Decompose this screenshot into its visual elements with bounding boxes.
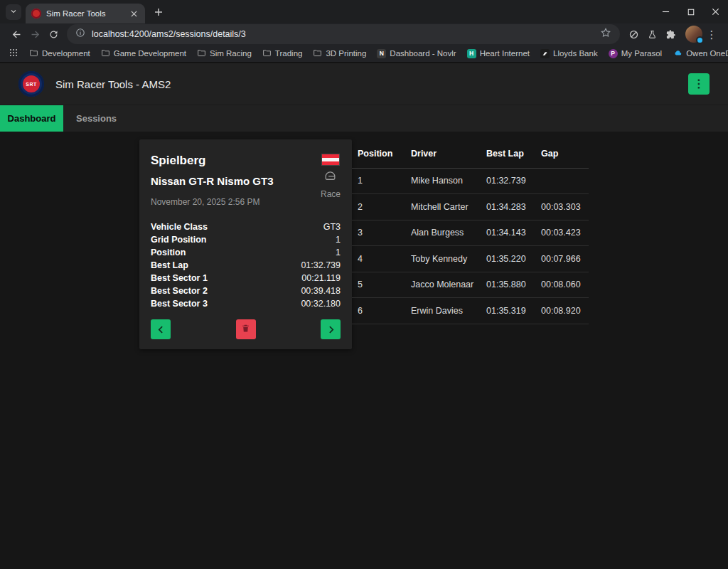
detail-row: Best Sector 2 00:39.418 <box>151 284 341 297</box>
session-card: Spielberg Nissan GT-R Nismo GT3 November… <box>139 139 352 349</box>
tab-title: Sim Racer Tools <box>46 9 123 18</box>
site-info-icon[interactable] <box>75 28 85 41</box>
cell-position: 6 <box>352 298 405 324</box>
chrome-menu-icon[interactable]: ⋮ <box>702 25 721 43</box>
forward-button[interactable] <box>26 25 44 43</box>
bookmark-label: My Parasol <box>621 49 663 58</box>
detail-label: Grid Position <box>151 233 206 246</box>
bookmark-site-novlr[interactable]: N Dashboard - Novlr <box>377 49 456 58</box>
browser-tab[interactable]: Sim Racer Tools <box>26 4 145 23</box>
vehicle-name: Nissan GT-R Nismo GT3 <box>151 175 274 187</box>
cell-gap: 00:08.060 <box>535 272 589 298</box>
folder-icon <box>101 48 110 59</box>
detail-value: 00:21.119 <box>301 272 341 284</box>
cell-position: 1 <box>352 168 405 194</box>
bookmark-label: Lloyds Bank <box>553 49 598 58</box>
bookmark-folder-development[interactable]: Development <box>29 48 90 59</box>
app-logo-icon: SRT <box>18 71 44 97</box>
tab-sessions[interactable]: Sessions <box>63 105 129 132</box>
bookmark-label: 3D Printing <box>326 49 366 58</box>
minimize-button[interactable] <box>653 0 678 23</box>
tab-search-button[interactable] <box>6 4 21 20</box>
folder-icon <box>313 48 322 59</box>
heart-internet-icon: H <box>467 49 476 58</box>
bookmark-folder-sim-racing[interactable]: Sim Racing <box>197 48 252 59</box>
detail-value: 1 <box>336 246 341 259</box>
cell-gap <box>535 168 589 194</box>
bookmark-label: Sim Racing <box>210 49 252 58</box>
extensions-puzzle-icon[interactable] <box>661 25 680 43</box>
bookmark-folder-game-development[interactable]: Game Development <box>101 48 186 59</box>
results-table: Position Driver Best Lap Gap 1 Mike Hans… <box>352 139 589 324</box>
cell-driver: Erwin Davies <box>405 298 481 324</box>
browser-window: Sim Racer Tools <box>0 0 728 569</box>
cell-best-lap: 01:35.220 <box>481 246 535 272</box>
logo-text: SRT <box>26 82 37 87</box>
bookmark-label: Trading <box>275 49 303 58</box>
tab-close-icon[interactable] <box>128 8 139 19</box>
bookmark-folder-3d-printing[interactable]: 3D Printing <box>313 48 366 59</box>
url-text[interactable]: localhost:4200/ams2/sessions/details/3 <box>92 29 246 39</box>
table-row: 1 Mike Hanson 01:32.739 <box>352 168 589 194</box>
chevron-down-icon <box>9 6 18 18</box>
cell-driver: Jacco Molenaar <box>405 272 481 298</box>
detail-label: Best Sector 1 <box>151 272 208 284</box>
cell-gap: 00:03.423 <box>535 220 589 246</box>
bookmark-folder-trading[interactable]: Trading <box>262 48 303 59</box>
close-window-button[interactable] <box>703 0 728 23</box>
cell-best-lap: 01:35.880 <box>481 272 535 298</box>
detail-value: 01:32.739 <box>301 259 341 272</box>
cell-gap: 00:03.303 <box>535 194 589 220</box>
bookmark-label: Dashboard - Novlr <box>390 49 456 58</box>
bookmark-site-my-parasol[interactable]: P My Parasol <box>609 49 663 58</box>
column-header-driver: Driver <box>405 139 481 168</box>
delete-session-button[interactable] <box>236 319 256 339</box>
main-content: Spielberg Nissan GT-R Nismo GT3 November… <box>0 132 728 569</box>
cell-position: 5 <box>352 272 405 298</box>
app-header: SRT Sim Racer Tools - AMS2 ⋮ <box>0 63 728 105</box>
app-nav-tabs: Dashboard Sessions <box>0 105 728 132</box>
column-header-position: Position <box>352 139 405 168</box>
browser-toolbar: localhost:4200/ams2/sessions/details/3 ⋮ <box>0 23 728 45</box>
session-type: Race <box>321 189 341 199</box>
detail-row: Grid Position 1 <box>151 233 341 246</box>
session-details: Vehicle Class GT3 Grid Position 1 Positi… <box>151 220 341 310</box>
content-blocker-icon[interactable] <box>624 25 643 43</box>
back-button[interactable] <box>7 25 26 43</box>
bookmark-site-owen-onedrive[interactable]: Owen OneDrive <box>673 49 728 58</box>
helmet-icon <box>323 169 337 186</box>
cell-best-lap: 01:34.283 <box>481 194 535 220</box>
tab-dashboard[interactable]: Dashboard <box>0 105 63 132</box>
novlr-icon: N <box>377 49 386 58</box>
next-session-button[interactable] <box>321 319 341 339</box>
bookmark-star-icon[interactable] <box>600 27 611 41</box>
app-menu-button[interactable]: ⋮ <box>688 73 710 95</box>
extension-flask-icon[interactable] <box>643 25 661 43</box>
table-row: 4 Toby Kennedy 01:35.220 00:07.966 <box>352 246 589 272</box>
cell-driver: Alan Burgess <box>405 220 481 246</box>
cell-position: 2 <box>352 194 405 220</box>
detail-label: Best Sector 2 <box>151 284 208 297</box>
cell-position: 3 <box>352 220 405 246</box>
reload-button[interactable] <box>44 25 63 43</box>
address-bar[interactable]: localhost:4200/ams2/sessions/details/3 <box>67 24 620 44</box>
my-parasol-icon: P <box>609 49 618 58</box>
bookmark-site-heart-internet[interactable]: H Heart Internet <box>467 49 530 58</box>
cell-gap: 00:07.966 <box>535 246 589 272</box>
new-tab-button[interactable] <box>149 3 168 21</box>
bookmarks-bar: Development Game Development Sim Racing … <box>0 45 728 63</box>
session-date: November 20, 2025 2:56 PM <box>151 197 274 207</box>
track-name: Spielberg <box>151 154 274 168</box>
previous-session-button[interactable] <box>151 319 171 339</box>
window-controls <box>653 0 728 23</box>
maximize-button[interactable] <box>678 0 703 23</box>
detail-row: Best Lap 01:32.739 <box>151 259 341 272</box>
onedrive-cloud-icon <box>673 49 682 58</box>
detail-label: Vehicle Class <box>151 220 208 233</box>
app-title: Sim Racer Tools - AMS2 <box>55 78 171 90</box>
bookmark-site-lloyds-bank[interactable]: Lloyds Bank <box>540 49 598 58</box>
profile-avatar[interactable] <box>685 26 702 43</box>
austria-flag-icon <box>321 154 340 166</box>
apps-grid-icon[interactable] <box>9 48 18 59</box>
browser-titlebar: Sim Racer Tools <box>0 0 728 23</box>
